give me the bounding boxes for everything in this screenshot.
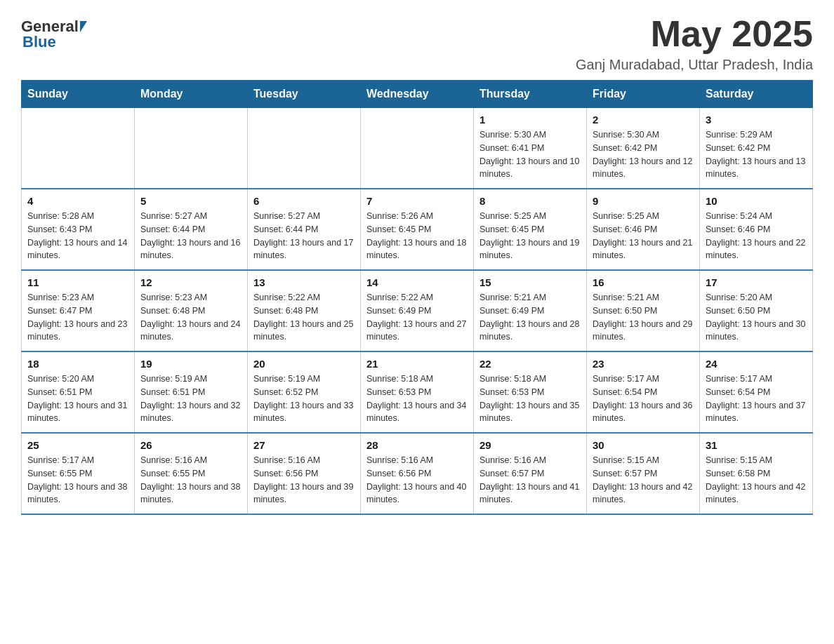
day-number: 4 [27,195,128,207]
header-cell-thursday: Thursday [474,81,587,108]
calendar-week-4: 18Sunrise: 5:20 AM Sunset: 6:51 PM Dayli… [22,351,813,433]
day-number: 31 [706,439,807,451]
calendar-cell: 27Sunrise: 5:16 AM Sunset: 6:56 PM Dayli… [248,433,361,514]
day-info: Sunrise: 5:29 AM Sunset: 6:42 PM Dayligh… [706,128,807,181]
calendar-cell: 7Sunrise: 5:26 AM Sunset: 6:45 PM Daylig… [361,189,474,270]
calendar-cell: 1Sunrise: 5:30 AM Sunset: 6:41 PM Daylig… [474,108,587,189]
calendar-cell: 13Sunrise: 5:22 AM Sunset: 6:48 PM Dayli… [248,270,361,351]
day-number: 17 [706,276,807,288]
calendar-cell: 8Sunrise: 5:25 AM Sunset: 6:45 PM Daylig… [474,189,587,270]
calendar-cell: 23Sunrise: 5:17 AM Sunset: 6:54 PM Dayli… [587,351,700,433]
calendar-cell: 3Sunrise: 5:29 AM Sunset: 6:42 PM Daylig… [700,108,813,189]
day-info: Sunrise: 5:20 AM Sunset: 6:50 PM Dayligh… [706,291,807,344]
day-number: 25 [27,439,128,451]
logo-triangle-icon [80,21,87,32]
calendar-body: 1Sunrise: 5:30 AM Sunset: 6:41 PM Daylig… [22,108,813,515]
day-number: 14 [366,276,468,288]
header-row: SundayMondayTuesdayWednesdayThursdayFrid… [22,81,813,108]
header-cell-friday: Friday [587,81,700,108]
day-info: Sunrise: 5:30 AM Sunset: 6:41 PM Dayligh… [479,128,581,181]
day-number: 12 [140,276,241,288]
day-number: 3 [706,114,807,126]
logo: General Blue [21,14,88,51]
calendar-cell [22,108,135,189]
header-cell-monday: Monday [135,81,248,108]
day-number: 11 [27,276,128,288]
day-number: 5 [140,195,241,207]
day-info: Sunrise: 5:25 AM Sunset: 6:46 PM Dayligh… [593,210,694,262]
day-info: Sunrise: 5:22 AM Sunset: 6:48 PM Dayligh… [253,291,355,344]
day-number: 28 [366,439,468,451]
day-info: Sunrise: 5:15 AM Sunset: 6:58 PM Dayligh… [706,454,807,507]
logo-blue-text: Blue [21,33,56,51]
header-cell-tuesday: Tuesday [248,81,361,108]
day-number: 16 [593,276,694,288]
day-info: Sunrise: 5:30 AM Sunset: 6:42 PM Dayligh… [593,128,694,181]
day-info: Sunrise: 5:27 AM Sunset: 6:44 PM Dayligh… [253,210,355,262]
day-number: 7 [366,195,468,207]
calendar-cell: 24Sunrise: 5:17 AM Sunset: 6:54 PM Dayli… [700,351,813,433]
day-number: 18 [27,358,128,370]
day-info: Sunrise: 5:17 AM Sunset: 6:54 PM Dayligh… [706,373,807,425]
day-number: 10 [706,195,807,207]
calendar-cell: 26Sunrise: 5:16 AM Sunset: 6:55 PM Dayli… [135,433,248,514]
calendar-cell: 18Sunrise: 5:20 AM Sunset: 6:51 PM Dayli… [22,351,135,433]
day-number: 2 [593,114,694,126]
calendar-cell: 22Sunrise: 5:18 AM Sunset: 6:53 PM Dayli… [474,351,587,433]
calendar-cell: 2Sunrise: 5:30 AM Sunset: 6:42 PM Daylig… [587,108,700,189]
day-info: Sunrise: 5:27 AM Sunset: 6:44 PM Dayligh… [140,210,241,262]
day-number: 20 [253,358,355,370]
day-info: Sunrise: 5:19 AM Sunset: 6:52 PM Dayligh… [253,373,355,425]
calendar-table: SundayMondayTuesdayWednesdayThursdayFrid… [21,80,813,515]
day-info: Sunrise: 5:28 AM Sunset: 6:43 PM Dayligh… [27,210,128,262]
day-info: Sunrise: 5:16 AM Sunset: 6:56 PM Dayligh… [366,454,468,507]
calendar-week-5: 25Sunrise: 5:17 AM Sunset: 6:55 PM Dayli… [22,433,813,514]
calendar-cell: 10Sunrise: 5:24 AM Sunset: 6:46 PM Dayli… [700,189,813,270]
calendar-week-3: 11Sunrise: 5:23 AM Sunset: 6:47 PM Dayli… [22,270,813,351]
day-number: 21 [366,358,468,370]
calendar-cell [361,108,474,189]
calendar-cell: 15Sunrise: 5:21 AM Sunset: 6:49 PM Dayli… [474,270,587,351]
day-info: Sunrise: 5:21 AM Sunset: 6:49 PM Dayligh… [479,291,581,344]
day-info: Sunrise: 5:16 AM Sunset: 6:55 PM Dayligh… [140,454,241,507]
month-title: May 2025 [576,14,813,54]
day-info: Sunrise: 5:26 AM Sunset: 6:45 PM Dayligh… [366,210,468,262]
calendar-cell: 19Sunrise: 5:19 AM Sunset: 6:51 PM Dayli… [135,351,248,433]
day-info: Sunrise: 5:24 AM Sunset: 6:46 PM Dayligh… [706,210,807,262]
day-info: Sunrise: 5:25 AM Sunset: 6:45 PM Dayligh… [479,210,581,262]
calendar-cell: 14Sunrise: 5:22 AM Sunset: 6:49 PM Dayli… [361,270,474,351]
calendar-cell: 28Sunrise: 5:16 AM Sunset: 6:56 PM Dayli… [361,433,474,514]
day-info: Sunrise: 5:17 AM Sunset: 6:54 PM Dayligh… [593,373,694,425]
header-cell-wednesday: Wednesday [361,81,474,108]
calendar-cell: 5Sunrise: 5:27 AM Sunset: 6:44 PM Daylig… [135,189,248,270]
calendar-cell: 31Sunrise: 5:15 AM Sunset: 6:58 PM Dayli… [700,433,813,514]
day-info: Sunrise: 5:15 AM Sunset: 6:57 PM Dayligh… [593,454,694,507]
day-info: Sunrise: 5:16 AM Sunset: 6:56 PM Dayligh… [253,454,355,507]
day-info: Sunrise: 5:17 AM Sunset: 6:55 PM Dayligh… [27,454,128,507]
calendar-cell: 17Sunrise: 5:20 AM Sunset: 6:50 PM Dayli… [700,270,813,351]
calendar-cell: 11Sunrise: 5:23 AM Sunset: 6:47 PM Dayli… [22,270,135,351]
header-cell-saturday: Saturday [700,81,813,108]
day-number: 13 [253,276,355,288]
calendar-week-1: 1Sunrise: 5:30 AM Sunset: 6:41 PM Daylig… [22,108,813,189]
day-number: 29 [479,439,581,451]
day-number: 22 [479,358,581,370]
day-info: Sunrise: 5:20 AM Sunset: 6:51 PM Dayligh… [27,373,128,425]
calendar-cell: 16Sunrise: 5:21 AM Sunset: 6:50 PM Dayli… [587,270,700,351]
calendar-cell: 12Sunrise: 5:23 AM Sunset: 6:48 PM Dayli… [135,270,248,351]
day-number: 8 [479,195,581,207]
day-number: 23 [593,358,694,370]
header-cell-sunday: Sunday [22,81,135,108]
day-number: 15 [479,276,581,288]
calendar-cell: 20Sunrise: 5:19 AM Sunset: 6:52 PM Dayli… [248,351,361,433]
day-number: 19 [140,358,241,370]
day-info: Sunrise: 5:19 AM Sunset: 6:51 PM Dayligh… [140,373,241,425]
day-number: 27 [253,439,355,451]
calendar-cell: 4Sunrise: 5:28 AM Sunset: 6:43 PM Daylig… [22,189,135,270]
calendar-cell: 9Sunrise: 5:25 AM Sunset: 6:46 PM Daylig… [587,189,700,270]
page-header: General Blue May 2025 Ganj Muradabad, Ut… [21,14,813,73]
day-number: 26 [140,439,241,451]
day-info: Sunrise: 5:18 AM Sunset: 6:53 PM Dayligh… [479,373,581,425]
day-info: Sunrise: 5:23 AM Sunset: 6:48 PM Dayligh… [140,291,241,344]
calendar-cell: 29Sunrise: 5:16 AM Sunset: 6:57 PM Dayli… [474,433,587,514]
